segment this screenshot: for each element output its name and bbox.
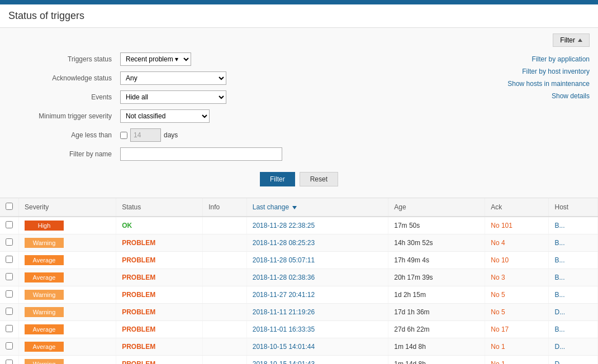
ack-link[interactable]: No 5 [491, 308, 505, 316]
header-host: Host [549, 198, 598, 217]
host-link[interactable]: B... [554, 274, 564, 281]
triggers-status-select[interactable]: Recent problem ▾ [120, 52, 191, 66]
header-last-change[interactable]: Last change [246, 198, 388, 217]
row-status-cell: PROBLEM [116, 356, 203, 365]
host-link[interactable]: D... [554, 308, 565, 316]
last-change-link[interactable]: 2018-11-28 22:38:25 [253, 222, 315, 229]
row-host-cell: B... [549, 252, 598, 269]
row-severity-cell: High [19, 217, 116, 234]
top-bar [0, 0, 598, 4]
triggers-status-label: Triggers status [8, 55, 120, 63]
events-label: Events [8, 93, 120, 101]
row-checkbox[interactable] [6, 273, 13, 280]
host-link[interactable]: B... [554, 239, 564, 247]
reset-button[interactable]: Reset [300, 172, 338, 186]
row-ack-cell: No 5 [485, 304, 549, 321]
row-ack-cell: No 10 [485, 252, 549, 269]
page-title: Status of triggers [0, 4, 598, 28]
row-status-cell: PROBLEM [116, 269, 203, 286]
ack-link[interactable]: No 4 [491, 239, 505, 247]
severity-badge: Warning [25, 290, 64, 300]
last-change-link[interactable]: 2018-11-11 21:19:26 [253, 308, 315, 316]
row-checkbox[interactable] [6, 325, 13, 332]
host-link[interactable]: B... [554, 325, 564, 333]
filter-actions: Filter Reset [0, 166, 598, 192]
ack-link[interactable]: No 5 [491, 291, 505, 299]
header-ack: Ack [485, 198, 549, 217]
host-link[interactable]: B... [554, 222, 564, 229]
host-header-label: Host [554, 203, 568, 211]
last-change-link[interactable]: 2018-10-15 14:01:43 [253, 360, 315, 364]
table-row: Warning PROBLEM 2018-11-28 08:25:23 14h … [0, 234, 598, 252]
row-checkbox[interactable] [6, 308, 13, 315]
row-info-cell [203, 338, 247, 356]
severity-badge: Average [25, 324, 64, 334]
host-link[interactable]: D... [554, 343, 565, 351]
last-change-link[interactable]: 2018-11-27 20:41:12 [253, 291, 315, 299]
host-link[interactable]: B... [554, 256, 564, 264]
filter-by-host-inventory-link[interactable]: Filter by host inventory [522, 68, 590, 75]
ack-link[interactable]: No 101 [491, 222, 512, 229]
ack-link[interactable]: No 10 [491, 256, 509, 264]
row-info-cell [203, 252, 247, 269]
row-last-change-cell: 2018-11-28 02:38:36 [246, 269, 388, 286]
last-change-link[interactable]: 2018-11-01 16:33:35 [253, 325, 315, 333]
last-change-link[interactable]: 2018-11-28 08:25:23 [253, 239, 315, 247]
ack-link[interactable]: No 17 [491, 325, 509, 333]
severity-badge: Warning [25, 307, 64, 317]
row-checkbox[interactable] [6, 342, 13, 349]
filter-by-application-link[interactable]: Filter by application [532, 55, 590, 63]
last-change-link[interactable]: 2018-11-28 02:38:36 [253, 274, 315, 281]
row-severity-cell: Average [19, 252, 116, 269]
row-age-cell: 1m 14d 8h [388, 338, 485, 356]
filter-left-panel: Triggers status Recent problem ▾ Acknowl… [8, 52, 478, 166]
acknowledge-status-select[interactable]: Any Yes No [120, 71, 226, 85]
row-severity-cell: Warning [19, 286, 116, 304]
row-checkbox[interactable] [6, 256, 13, 263]
ack-link[interactable]: No 1 [491, 343, 505, 351]
row-ack-cell: No 1 [485, 338, 549, 356]
status-value: PROBLEM [122, 291, 155, 299]
last-change-link[interactable]: 2018-11-28 05:07:11 [253, 256, 315, 264]
host-link[interactable]: B... [554, 291, 564, 299]
row-last-change-cell: 2018-11-01 16:33:35 [246, 321, 388, 338]
header-info: Info [203, 198, 247, 217]
age-checkbox[interactable] [120, 132, 127, 139]
events-select[interactable]: Hide all Show all Show unacknowledged [120, 90, 226, 104]
show-hosts-in-maintenance-link[interactable]: Show hosts in maintenance [507, 80, 590, 88]
filter-button[interactable]: Filter [260, 172, 295, 186]
row-severity-cell: Warning [19, 304, 116, 321]
table-row: Warning PROBLEM 2018-11-27 20:41:12 1d 2… [0, 286, 598, 304]
header-checkbox-col [0, 198, 19, 217]
last-change-link[interactable]: 2018-10-15 14:01:44 [253, 343, 315, 351]
min-severity-select[interactable]: Not classified Information Warning Avera… [120, 109, 210, 123]
row-last-change-cell: 2018-11-11 21:19:26 [246, 304, 388, 321]
table-section: Severity Status Info Last change Age Ack [0, 198, 598, 364]
severity-badge: Average [25, 272, 64, 282]
ack-link[interactable]: No 3 [491, 274, 505, 281]
row-info-cell [203, 269, 247, 286]
filter-by-name-input[interactable] [120, 147, 282, 161]
row-status-cell: PROBLEM [116, 304, 203, 321]
show-details-link[interactable]: Show details [552, 92, 590, 100]
row-checkbox[interactable] [6, 238, 13, 246]
host-link[interactable]: D... [554, 360, 565, 364]
status-value: PROBLEM [122, 239, 155, 247]
row-checkbox-cell [0, 252, 19, 269]
row-checkbox-cell [0, 321, 19, 338]
status-value: PROBLEM [122, 325, 155, 333]
row-checkbox[interactable] [6, 360, 13, 364]
row-status-cell: OK [116, 217, 203, 234]
ack-link[interactable]: No 1 [491, 360, 505, 364]
table-row: Average PROBLEM 2018-11-28 02:38:36 20h … [0, 269, 598, 286]
acknowledge-status-control: Any Yes No [120, 71, 226, 85]
filter-toggle-button[interactable]: Filter [553, 33, 590, 47]
row-checkbox[interactable] [6, 290, 13, 298]
row-checkbox[interactable] [6, 221, 13, 228]
row-severity-cell: Average [19, 321, 116, 338]
age-input[interactable] [130, 128, 161, 142]
info-header-label: Info [208, 203, 220, 211]
filter-by-name-row: Filter by name [8, 147, 478, 161]
select-all-checkbox[interactable] [6, 203, 13, 210]
table-row: Average PROBLEM 2018-11-01 16:33:35 27d … [0, 321, 598, 338]
